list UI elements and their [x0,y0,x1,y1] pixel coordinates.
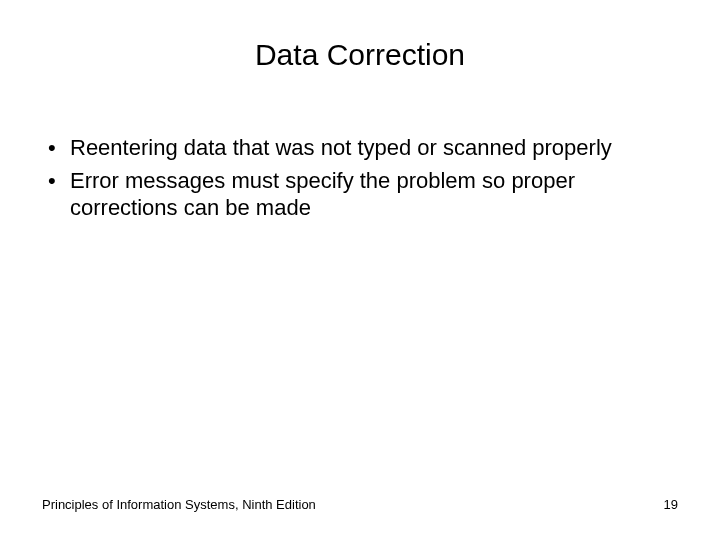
list-item: Error messages must specify the problem … [42,168,678,222]
bullet-list: Reentering data that was not typed or sc… [42,135,678,221]
slide-body: Reentering data that was not typed or sc… [42,135,678,227]
slide: Data Correction Reentering data that was… [0,0,720,540]
list-item: Reentering data that was not typed or sc… [42,135,678,162]
footer-text: Principles of Information Systems, Ninth… [42,497,316,512]
page-number: 19 [664,497,678,512]
slide-title: Data Correction [0,38,720,72]
